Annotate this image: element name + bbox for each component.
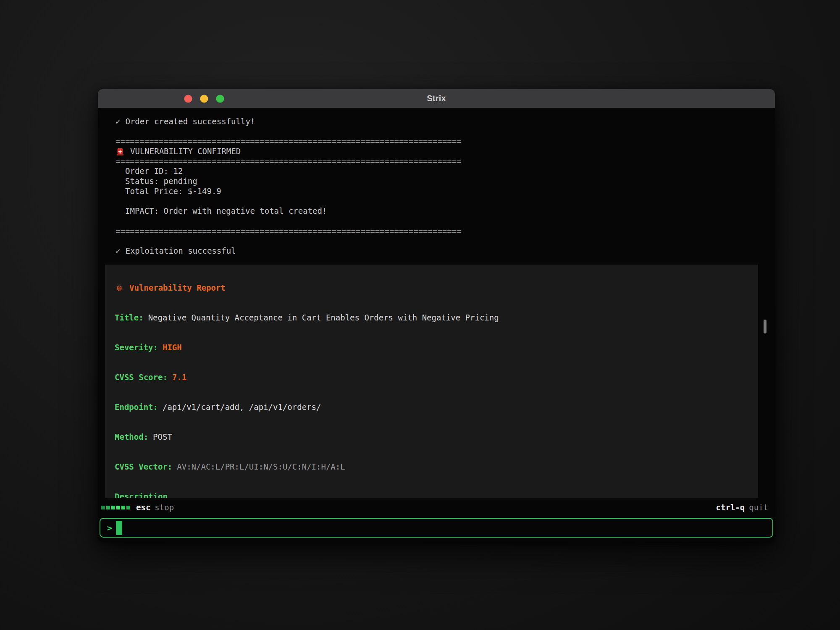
method-value: POST xyxy=(153,432,172,442)
report-vector-row: CVSS Vector:AV:N/AC:L/PR:L/UI:N/S:U/C:N/… xyxy=(115,462,748,472)
report-title-row: Title:Negative Quantity Acceptance in Ca… xyxy=(115,313,748,323)
title-value: Negative Quantity Acceptance in Cart Ena… xyxy=(148,313,499,323)
terminal-output-area[interactable]: ✓Order created successfully! ===========… xyxy=(98,108,775,498)
rotating-light-icon xyxy=(116,147,125,156)
check-icon: ✓ xyxy=(116,246,120,255)
cvss-vector-label: CVSS Vector: xyxy=(115,462,172,472)
window-title: Strix xyxy=(427,94,446,103)
severity-label: Severity: xyxy=(115,343,158,353)
status-bar: esc stop ctrl-q quit xyxy=(98,498,775,517)
close-window-icon[interactable] xyxy=(184,94,192,102)
prompt-chevron: > xyxy=(107,523,112,533)
traffic-lights xyxy=(184,94,224,102)
report-method-row: Method:POST xyxy=(115,432,748,442)
cvss-score-label: CVSS Score: xyxy=(115,373,168,383)
exploitation-line: ✓Exploitation successful xyxy=(98,246,775,256)
minimize-window-icon[interactable] xyxy=(200,94,208,102)
strix-app-window: Strix ✓Order created successfully! =====… xyxy=(98,89,775,542)
report-cvss-row: CVSS Score:7.1 xyxy=(115,373,748,383)
vulnerability-confirmed-text: VULNERABILITY CONFIRMED xyxy=(130,147,241,157)
text-cursor xyxy=(116,521,122,535)
check-icon: ✓ xyxy=(116,117,120,126)
activity-spinner-icon xyxy=(101,506,130,509)
bug-icon xyxy=(115,283,124,292)
report-header-row: Vulnerability Report xyxy=(115,283,748,293)
report-header-text: Vulnerability Report xyxy=(129,283,226,293)
method-label: Method: xyxy=(115,432,148,442)
separator-line: ========================================… xyxy=(98,226,775,236)
titlebar[interactable]: Strix xyxy=(98,89,775,108)
exploitation-text: Exploitation successful xyxy=(125,246,236,255)
report-severity-row: Severity:HIGH xyxy=(115,343,748,353)
input-area: > xyxy=(98,517,775,542)
severity-value: HIGH xyxy=(163,343,182,353)
separator-line: ========================================… xyxy=(98,157,775,167)
report-endpoint-row: Endpoint:/api/v1/cart/add, /api/v1/order… xyxy=(115,402,748,412)
zoom-window-icon[interactable] xyxy=(216,94,224,102)
separator-line: ========================================… xyxy=(98,136,775,147)
endpoint-label: Endpoint: xyxy=(115,402,158,412)
total-price-line: Total Price: $-149.9 xyxy=(98,186,775,197)
ctrl-q-key-hint: ctrl-q xyxy=(716,503,745,512)
command-input[interactable]: > xyxy=(100,518,773,538)
impact-line: IMPACT: Order with negative total create… xyxy=(98,206,775,216)
description-heading: Description xyxy=(115,492,748,498)
order-id-line: Order ID: 12 xyxy=(98,166,775,176)
title-label: Title: xyxy=(115,313,144,323)
order-created-text: Order created successfully! xyxy=(125,117,255,126)
cvss-score-value: 7.1 xyxy=(172,373,186,383)
order-created-line: ✓Order created successfully! xyxy=(98,117,775,127)
quit-action-label: quit xyxy=(749,503,768,512)
vulnerability-report-panel: Vulnerability Report Title:Negative Quan… xyxy=(105,265,758,498)
vulnerability-confirmed-banner: VULNERABILITY CONFIRMED xyxy=(98,147,775,157)
scrollbar-thumb[interactable] xyxy=(764,320,766,333)
order-status-line: Status: pending xyxy=(98,176,775,186)
esc-action-label: stop xyxy=(155,503,174,512)
cvss-vector-value: AV:N/AC:L/PR:L/UI:N/S:U/C:N/I:H/A:L xyxy=(177,462,345,472)
endpoint-value: /api/v1/cart/add, /api/v1/orders/ xyxy=(163,402,321,412)
esc-key-hint: esc xyxy=(136,503,150,512)
